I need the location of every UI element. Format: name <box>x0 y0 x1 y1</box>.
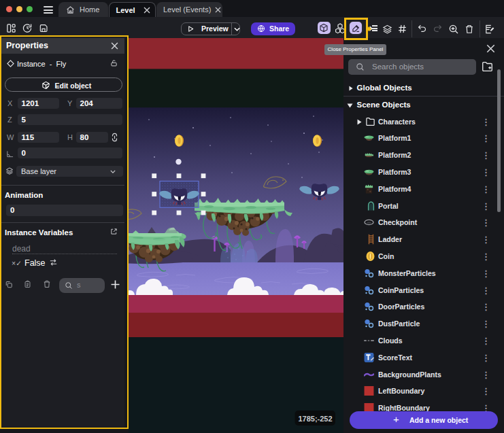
svg-text:1785;-252: 1785;-252 <box>298 415 332 423</box>
